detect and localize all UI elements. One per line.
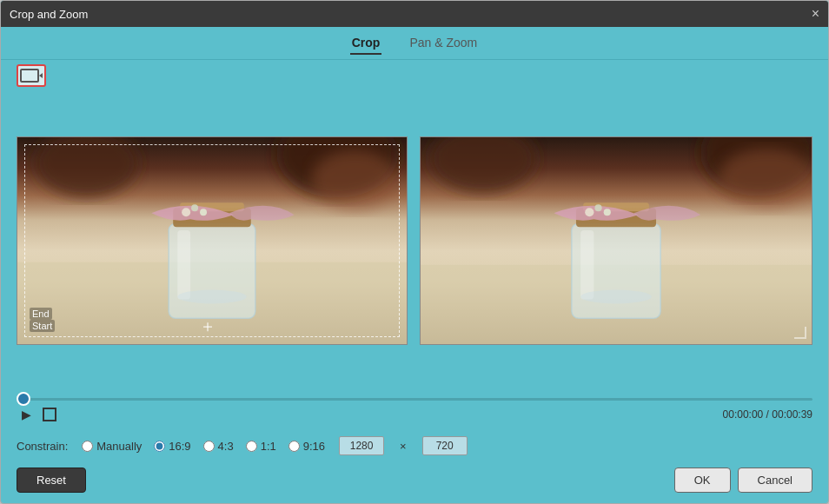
scrubber[interactable] <box>17 396 812 401</box>
tab-bar: Crop Pan & Zoom <box>1 27 828 60</box>
height-input[interactable] <box>422 436 468 455</box>
source-canvas[interactable]: End Start <box>17 136 408 345</box>
preview-corner-icon <box>794 327 806 339</box>
radio-4x3[interactable]: 4:3 <box>203 440 234 453</box>
radio-4x3-input[interactable] <box>203 441 215 452</box>
label-start: Start <box>30 320 55 332</box>
aspect-ratio-icon <box>20 68 43 83</box>
svg-marker-1 <box>39 73 43 78</box>
footer-right: OK Cancel <box>674 468 812 493</box>
radio-4x3-label[interactable]: 4:3 <box>218 440 234 453</box>
tab-pan-zoom[interactable]: Pan & Zoom <box>408 32 479 55</box>
aspect-ratio-button[interactable] <box>17 64 46 87</box>
play-button[interactable]: ▶ <box>17 405 36 424</box>
preview-image <box>421 137 812 344</box>
radio-9x16-label[interactable]: 9:16 <box>303 440 325 453</box>
total-time: 00:00:39 <box>772 408 812 421</box>
play-controls: ▶ <box>17 405 56 424</box>
svg-point-20 <box>719 148 812 208</box>
radio-1x1-label[interactable]: 1:1 <box>261 440 276 453</box>
time-separator: / <box>763 408 772 421</box>
source-image <box>17 137 407 344</box>
svg-point-26 <box>594 204 601 211</box>
label-end: End <box>30 308 52 320</box>
playback-controls: ▶ 00:00:00 / 00:00:39 <box>17 401 812 428</box>
preview-area: End Start <box>1 91 828 389</box>
crop-zoom-dialog: Crop and Zoom × Crop Pan & Zoom <box>0 0 829 504</box>
reset-button[interactable]: Reset <box>17 468 86 493</box>
stop-button[interactable] <box>43 408 56 421</box>
svg-point-12 <box>200 209 207 216</box>
svg-point-27 <box>604 209 611 216</box>
svg-rect-28 <box>580 230 594 299</box>
radio-1x1-input[interactable] <box>246 441 257 452</box>
radio-16x9[interactable]: 16:9 <box>154 440 190 453</box>
dialog-title: Crop and Zoom <box>10 8 88 21</box>
svg-rect-0 <box>21 70 38 82</box>
radio-group: Manually 16:9 4:3 1:1 9:16 <box>82 440 325 453</box>
timeline-area: ▶ 00:00:00 / 00:00:39 <box>1 389 828 431</box>
svg-point-11 <box>191 204 198 211</box>
width-input[interactable] <box>339 436 384 455</box>
radio-16x9-input[interactable] <box>154 441 165 452</box>
constrain-row: Constrain: Manually 16:9 4:3 1:1 9:16 <box>1 431 828 461</box>
constrain-label: Constrain: <box>17 440 68 453</box>
svg-point-14 <box>177 289 247 303</box>
svg-rect-13 <box>177 230 190 299</box>
radio-manually-label[interactable]: Manually <box>96 440 142 453</box>
svg-point-10 <box>182 208 190 216</box>
radio-9x16-input[interactable] <box>288 441 300 452</box>
tab-crop[interactable]: Crop <box>350 32 382 55</box>
toolbar <box>1 60 828 91</box>
radio-1x1[interactable]: 1:1 <box>246 440 276 453</box>
time-display: 00:00:00 / 00:00:39 <box>723 408 812 421</box>
radio-16x9-label[interactable]: 16:9 <box>169 440 190 453</box>
svg-point-29 <box>580 289 652 303</box>
cancel-button[interactable]: Cancel <box>738 468 812 493</box>
close-button[interactable]: × <box>812 7 819 21</box>
scrubber-handle[interactable] <box>17 392 30 406</box>
title-bar: Crop and Zoom × <box>1 1 828 27</box>
dimension-separator: × <box>398 440 408 453</box>
ok-button[interactable]: OK <box>674 468 731 493</box>
svg-point-5 <box>311 149 398 209</box>
scrubber-track[interactable] <box>17 398 812 401</box>
radio-manually[interactable]: Manually <box>82 440 142 453</box>
svg-point-25 <box>585 208 594 216</box>
preview-canvas <box>420 136 812 345</box>
radio-manually-input[interactable] <box>82 441 93 452</box>
radio-9x16[interactable]: 9:16 <box>288 440 325 453</box>
footer: Reset OK Cancel <box>1 461 828 503</box>
current-time: 00:00:00 <box>723 408 764 421</box>
